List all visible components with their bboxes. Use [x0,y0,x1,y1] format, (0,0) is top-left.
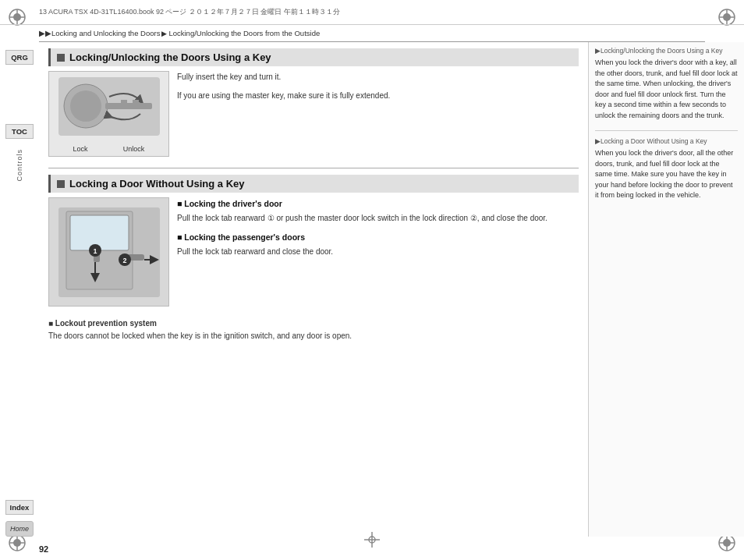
section-heading-icon [57,54,65,62]
lockout-section: ■ Lockout prevention system The doors ca… [48,317,579,342]
toc-button[interactable]: TOC [5,124,34,139]
right-panel-title2: ▶Locking a Door Without Using a Key [595,137,738,145]
breadcrumb-part2: Locking/Unlocking the Doors from the Out… [168,29,320,37]
section-key-heading: Locking/Unlocking the Doors Using a Key [48,48,579,66]
key-text2: If you are using the master key, make su… [177,90,579,102]
section-key-title: Locking/Unlocking the Doors Using a Key [69,51,271,63]
bottom-cross-decoration [364,532,380,549]
key-section-layout: Lock Unlock Fully insert the key and tur… [48,71,579,157]
door-illustration: 1 2 [55,204,164,301]
driver-door-section: ■ Locking the driver's door Pull the loc… [177,197,579,225]
section-door-heading: Locking a Door Without Using a Key [48,175,579,193]
right-panel: ▶Locking/Unlocking the Doors Using a Key… [588,42,744,537]
section-door-title: Locking a Door Without Using a Key [69,178,245,190]
key-illustration [55,73,164,140]
passenger-door-section: ■ Locking the passenger's doors Pull the… [177,231,579,258]
svg-rect-24 [70,215,129,250]
left-sidebar: QRG TOC Controls Index Home [0,42,39,537]
right-panel-title1: ▶Locking/Unlocking the Doors Using a Key [595,47,738,55]
driver-heading: ■ Locking the driver's door [177,197,579,210]
breadcrumb: ▶▶Locking and Unlocking the Doors ▶ Lock… [39,25,705,42]
door-image-box: 1 2 [48,197,169,307]
key-text-box: Fully insert the key and turn it. If you… [177,71,579,157]
key-lock-label: Lock [73,145,88,153]
lockout-heading: ■ Lockout prevention system [48,319,157,328]
index-button[interactable]: Index [5,500,34,515]
section-divider [48,168,579,168]
section-door: Locking a Door Without Using a Key [48,175,579,307]
key-image-inner [49,72,168,140]
breadcrumb-arrow: ▶ [161,30,167,37]
key-image-box: Lock Unlock [48,71,169,157]
svg-text:2: 2 [122,257,126,264]
key-text1: Fully insert the key and turn it. [177,71,579,83]
door-text-box: ■ Locking the driver's door Pull the loc… [177,197,579,307]
passenger-text: Pull the lock tab rearward and close the… [177,246,579,258]
right-panel-text2: When you lock the driver's door, all the… [595,148,738,201]
file-info: 13 ACURA TSX 4D-31TL16400.book 92 ページ ２０… [39,7,340,17]
section-key: Locking/Unlocking the Doors Using a Key [48,48,579,157]
passenger-heading: ■ Locking the passenger's doors [177,231,579,243]
main-content: Locking/Unlocking the Doors Using a Key [39,42,588,537]
driver-text: Pull the lock tab rearward ① or push the… [177,212,579,225]
breadcrumb-part1: ▶▶Locking and Unlocking the Doors [39,29,160,37]
right-panel-divider [595,130,738,131]
lockout-text: The doors cannot be locked when the key … [48,331,352,340]
right-panel-text1: When you lock the driver's door with a k… [595,58,738,121]
section-door-icon [57,180,65,188]
right-panel-section1: ▶Locking/Unlocking the Doors Using a Key… [595,47,738,121]
svg-rect-19 [105,103,152,109]
controls-label: Controls [16,149,23,182]
page-number: 92 [39,544,48,554]
key-unlock-label: Unlock [123,145,145,153]
home-button[interactable]: Home [5,521,34,537]
svg-rect-20 [121,100,127,104]
right-panel-section2: ▶Locking a Door Without Using a Key When… [595,137,738,201]
top-header: 13 ACURA TSX 4D-31TL16400.book 92 ページ ２０… [0,0,744,25]
svg-point-18 [70,90,101,122]
qrg-button[interactable]: QRG [5,50,34,65]
svg-rect-21 [133,100,139,104]
svg-text:1: 1 [93,247,97,255]
door-section-layout: 1 2 [48,197,579,307]
